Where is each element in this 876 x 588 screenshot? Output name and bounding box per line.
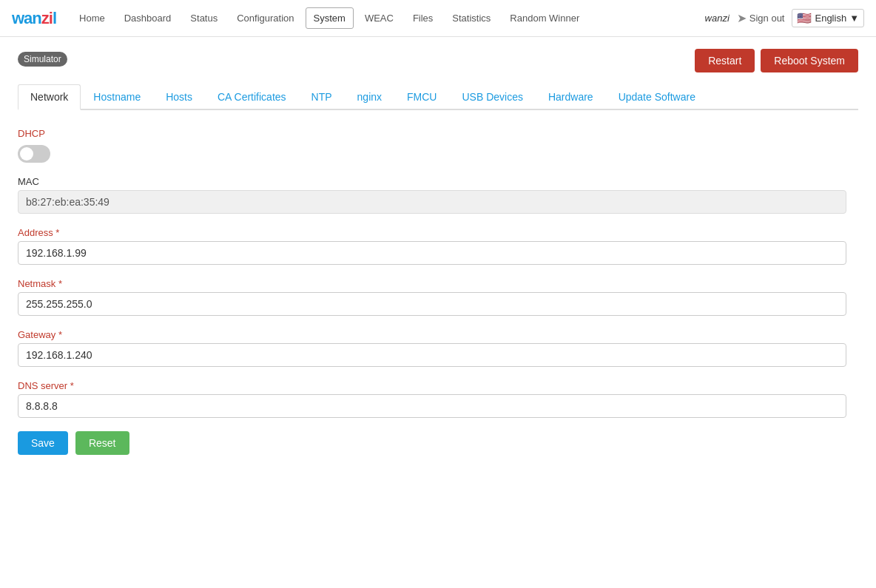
flag-icon: 🇺🇸 bbox=[797, 11, 812, 25]
signout-button[interactable]: ➤ Sign out bbox=[737, 11, 785, 25]
content: Simulator Restart Reboot System Network … bbox=[0, 37, 876, 470]
logo-red: zi bbox=[41, 9, 53, 27]
nav-random-winner[interactable]: Random Winner bbox=[502, 7, 587, 29]
nav-weac[interactable]: WEAC bbox=[357, 7, 402, 29]
tab-network[interactable]: Network bbox=[18, 84, 81, 110]
dhcp-toggle[interactable] bbox=[18, 145, 50, 163]
nav-files[interactable]: Files bbox=[405, 7, 441, 29]
username: wanzi bbox=[705, 13, 730, 24]
dhcp-group: DHCP bbox=[18, 128, 846, 163]
nav-home[interactable]: Home bbox=[71, 7, 113, 29]
page-header: Simulator Restart Reboot System bbox=[18, 52, 858, 78]
tab-update-software[interactable]: Update Software bbox=[606, 84, 708, 110]
nav-system[interactable]: System bbox=[306, 7, 354, 29]
topbar-right: wanzi ➤ Sign out 🇺🇸 English ▼ bbox=[705, 9, 864, 27]
tabs: Network Hostname Hosts CA Certificates N… bbox=[18, 84, 858, 110]
gateway-input[interactable] bbox=[18, 343, 846, 367]
netmask-group: Netmask * bbox=[18, 278, 846, 316]
address-input[interactable] bbox=[18, 241, 846, 265]
tab-ntp[interactable]: NTP bbox=[299, 84, 345, 110]
logo: wanzil bbox=[12, 9, 56, 28]
signout-label: Sign out bbox=[749, 13, 785, 24]
tab-fmcu[interactable]: FMCU bbox=[394, 84, 449, 110]
tab-hosts[interactable]: Hosts bbox=[153, 84, 205, 110]
tab-nginx[interactable]: nginx bbox=[345, 84, 394, 110]
tab-ca-certificates[interactable]: CA Certificates bbox=[205, 84, 299, 110]
reset-button[interactable]: Reset bbox=[75, 431, 129, 455]
nav-status[interactable]: Status bbox=[182, 7, 226, 29]
logo-blue: wan bbox=[12, 9, 41, 27]
dns-input[interactable] bbox=[18, 394, 846, 418]
tab-hostname[interactable]: Hostname bbox=[81, 84, 153, 110]
chevron-down-icon: ▼ bbox=[849, 13, 859, 24]
topbar: wanzil Home Dashboard Status Configurati… bbox=[0, 0, 876, 37]
dns-group: DNS server * bbox=[18, 380, 846, 418]
mac-group: MAC bbox=[18, 176, 846, 214]
save-button[interactable]: Save bbox=[18, 431, 68, 455]
language-selector[interactable]: 🇺🇸 English ▼ bbox=[792, 9, 864, 27]
dhcp-slider bbox=[18, 145, 50, 163]
gateway-label: Gateway * bbox=[18, 329, 846, 340]
nav-dashboard[interactable]: Dashboard bbox=[116, 7, 180, 29]
language-label: English bbox=[815, 13, 846, 24]
dhcp-label: DHCP bbox=[18, 128, 846, 139]
main-nav: Home Dashboard Status Configuration Syst… bbox=[71, 7, 704, 29]
reboot-button[interactable]: Reboot System bbox=[761, 49, 858, 72]
dns-label: DNS server * bbox=[18, 380, 846, 391]
form-actions: Save Reset bbox=[18, 431, 846, 455]
mac-input bbox=[18, 190, 846, 214]
top-actions: Restart Reboot System bbox=[695, 49, 858, 72]
mac-label: MAC bbox=[18, 176, 846, 187]
gateway-group: Gateway * bbox=[18, 329, 846, 367]
network-form: DHCP MAC Address * Netmask * Gateway * bbox=[18, 128, 846, 455]
signout-icon: ➤ bbox=[737, 11, 747, 25]
netmask-input[interactable] bbox=[18, 292, 846, 316]
restart-button[interactable]: Restart bbox=[695, 49, 755, 72]
tab-usb-devices[interactable]: USB Devices bbox=[449, 84, 535, 110]
netmask-label: Netmask * bbox=[18, 278, 846, 289]
tab-hardware[interactable]: Hardware bbox=[536, 84, 606, 110]
address-group: Address * bbox=[18, 227, 846, 265]
nav-statistics[interactable]: Statistics bbox=[444, 7, 499, 29]
address-label: Address * bbox=[18, 227, 846, 238]
nav-configuration[interactable]: Configuration bbox=[229, 7, 302, 29]
simulator-badge: Simulator bbox=[18, 52, 67, 67]
